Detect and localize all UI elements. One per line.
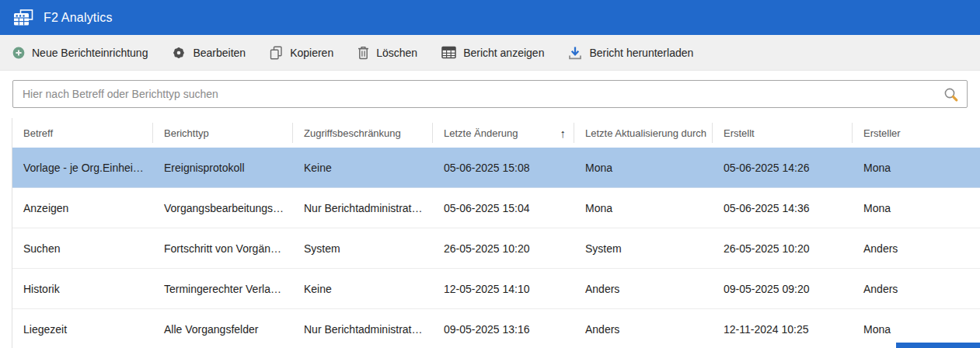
toolbar-button-label: Neue Berichteinrichtung (32, 47, 148, 59)
column-label: Letzte Aktualisierung durch (585, 127, 706, 139)
table-row[interactable]: Anzeigen Vorgangsbearbeitungszeit Nur Be… (12, 188, 980, 228)
cell-betreff: Historik (12, 283, 153, 295)
column-label: Letzte Änderung (444, 127, 518, 139)
cell-letzte-aenderung: 05-06-2025 15:04 (433, 202, 574, 214)
cell-letzte-aktualisierung-durch: Mona (574, 202, 713, 214)
table-header: Betreff Berichttyp Zugriffsbeschränkung … (12, 118, 980, 148)
download-report-button[interactable]: Bericht herunterladen (568, 46, 693, 60)
column-header-erstellt[interactable]: Erstellt (713, 123, 853, 143)
cell-berichttyp: Alle Vorgangsfelder (153, 323, 293, 336)
table-row[interactable]: Suchen Fortschritt von Vorgängen System … (12, 228, 980, 269)
gear-icon (172, 46, 186, 60)
cell-betreff: Anzeigen (12, 202, 153, 214)
trash-icon (357, 46, 369, 60)
column-label: Erstellt (724, 127, 755, 139)
column-header-berichttyp[interactable]: Berichttyp (153, 123, 293, 143)
reports-table: Betreff Berichttyp Zugriffsbeschränkung … (12, 118, 980, 348)
cell-letzte-aenderung: 12-05-2025 14:10 (433, 283, 574, 295)
table-row[interactable]: Liegezeit Alle Vorgangsfelder Nur Berich… (12, 309, 980, 348)
show-report-button[interactable]: Bericht anzeigen (441, 46, 544, 59)
cell-ersteller: Mona (853, 202, 980, 214)
column-header-letzte-aktualisierung-durch[interactable]: Letzte Aktualisierung durch (574, 123, 713, 143)
cell-ersteller: Anders (853, 242, 980, 255)
cell-zugriffsbeschraenkung: Nur Berichtadministratoren (293, 323, 433, 336)
toolbar-button-label: Bericht anzeigen (463, 47, 544, 59)
sort-ascending-icon: ↑ (560, 127, 567, 140)
search-icon[interactable] (943, 87, 959, 106)
column-header-zugriffsbeschraenkung[interactable]: Zugriffsbeschränkung (293, 123, 433, 143)
cell-berichttyp: Termingerechter Verlauf … (153, 283, 293, 295)
table-row[interactable]: Historik Termingerechter Verlauf … Keine… (12, 269, 980, 309)
search-box (12, 80, 968, 108)
analytics-table-icon (13, 9, 33, 26)
cell-letzte-aktualisierung-durch: Mona (574, 162, 713, 174)
toolbar-button-label: Kopieren (290, 47, 333, 59)
column-header-betreff[interactable]: Betreff (12, 123, 153, 143)
table-body: Vorlage - je Org.Einheit - … Ereignispro… (12, 148, 980, 348)
column-label: Zugriffsbeschränkung (304, 127, 401, 139)
edit-button[interactable]: Bearbeiten (172, 46, 246, 60)
delete-button[interactable]: Löschen (357, 46, 417, 60)
cell-ersteller: Mona (853, 323, 980, 336)
column-label: Berichttyp (164, 127, 209, 139)
app-title: F2 Analytics (44, 11, 113, 25)
cell-zugriffsbeschraenkung: Keine (293, 162, 433, 174)
cell-erstellt: 05-06-2025 14:26 (713, 162, 853, 174)
toolbar-button-label: Bericht herunterladen (589, 47, 693, 59)
report-table-icon (441, 46, 456, 59)
download-icon (568, 46, 582, 60)
cell-zugriffsbeschraenkung: System (293, 242, 433, 255)
search-input[interactable] (13, 81, 967, 107)
add-circle-icon (12, 47, 25, 59)
cell-berichttyp: Fortschritt von Vorgängen (153, 242, 293, 255)
partial-blue-element (896, 343, 980, 348)
cell-letzte-aktualisierung-durch: System (574, 242, 713, 255)
column-label: Betreff (23, 127, 53, 139)
column-header-ersteller[interactable]: Ersteller (853, 123, 980, 143)
cell-letzte-aktualisierung-durch: Anders (574, 283, 713, 295)
cell-betreff: Liegezeit (12, 323, 153, 336)
new-report-setup-button[interactable]: Neue Berichteinrichtung (12, 47, 148, 59)
toolbar-button-label: Bearbeiten (193, 47, 246, 59)
cell-erstellt: 26-05-2025 10:20 (713, 242, 853, 255)
toolbar-button-label: Löschen (376, 47, 417, 59)
table-row-selected[interactable]: Vorlage - je Org.Einheit - … Ereignispro… (12, 148, 980, 188)
cell-betreff: Suchen (12, 242, 153, 255)
toolbar: Neue Berichteinrichtung Bearbeiten Kopie… (0, 35, 980, 71)
cell-zugriffsbeschraenkung: Keine (293, 283, 433, 295)
copy-button[interactable]: Kopieren (270, 46, 333, 60)
column-header-letzte-aenderung[interactable]: Letzte Änderung ↑ (433, 123, 574, 143)
cell-berichttyp: Ereignisprotokoll (153, 162, 293, 174)
cell-erstellt: 05-06-2025 14:36 (713, 202, 853, 214)
title-bar: F2 Analytics (0, 0, 980, 35)
cell-ersteller: Anders (853, 283, 980, 295)
cell-ersteller: Mona (853, 162, 980, 174)
column-label: Ersteller (863, 127, 901, 139)
copy-icon (270, 46, 283, 60)
cell-letzte-aenderung: 26-05-2025 10:20 (433, 242, 574, 255)
cell-letzte-aenderung: 05-06-2025 15:08 (433, 162, 574, 174)
search-area (12, 80, 968, 108)
cell-betreff: Vorlage - je Org.Einheit - … (12, 162, 153, 174)
cell-erstellt: 12-11-2024 10:25 (713, 323, 853, 336)
cell-erstellt: 09-05-2025 09:20 (713, 283, 853, 295)
cell-letzte-aktualisierung-durch: Anders (574, 323, 713, 336)
cell-zugriffsbeschraenkung: Nur Berichtadministratoren (293, 202, 433, 214)
cell-berichttyp: Vorgangsbearbeitungszeit (153, 202, 293, 214)
cell-letzte-aenderung: 09-05-2025 13:16 (433, 323, 574, 336)
